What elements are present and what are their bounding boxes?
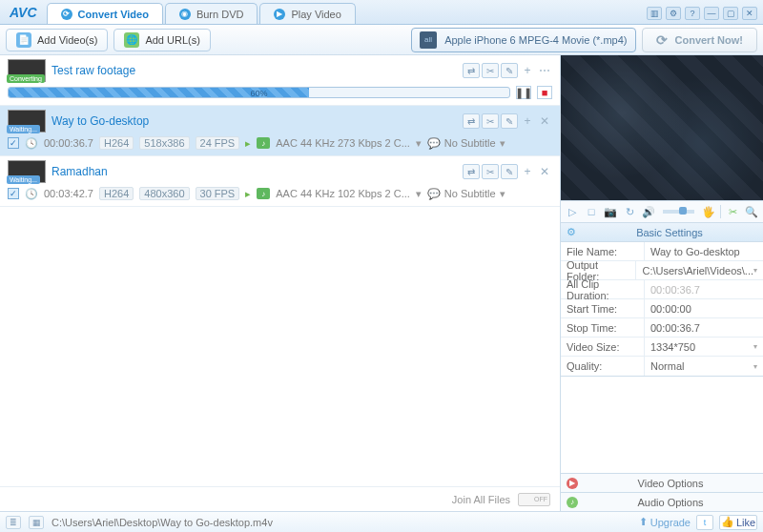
separator — [720, 205, 721, 218]
video-preview[interactable] — [561, 55, 763, 200]
add-videos-button[interactable]: 📄 Add Video(s) — [6, 29, 108, 51]
resolution-tag: 480x360 — [139, 187, 189, 200]
add-icon[interactable]: + — [520, 164, 535, 179]
file-path: C:\Users\Ariel\Desktop\Way to Go-desktop… — [52, 517, 631, 528]
audio-info: AAC 44 KHz 273 Kbps 2 C... — [276, 137, 410, 149]
button-label: Convert Now! — [675, 34, 744, 46]
progress-percent: 60% — [250, 88, 267, 98]
duration: 00:03:42.7 — [44, 188, 93, 199]
add-icon[interactable]: + — [520, 63, 535, 78]
facebook-like-button[interactable]: 👍Like — [719, 515, 757, 530]
panel-title: Basic Settings — [582, 227, 757, 238]
duration: 00:00:36.7 — [44, 137, 93, 149]
checkbox[interactable]: ✓ — [8, 188, 19, 199]
tab-play-video[interactable]: ▶ Play Video — [259, 3, 355, 24]
convert-now-button[interactable]: ⟳ Convert Now! — [642, 28, 758, 52]
swap-icon[interactable]: ⇄ — [463, 63, 480, 78]
audio-options-label: Audio Options — [584, 497, 757, 508]
item-title: Way to Go-desktop — [52, 114, 457, 128]
tab-convert-video[interactable]: ⟳ Convert Video — [47, 3, 163, 24]
quality-field[interactable]: Normal▾ — [645, 357, 763, 376]
clip-icon[interactable]: 🖐 — [701, 204, 716, 219]
convert-icon: ⟳ — [656, 32, 668, 48]
chevron-down-icon[interactable]: ▾ — [753, 342, 757, 351]
snapshot-icon[interactable]: 📷 — [603, 204, 618, 219]
grid-view-icon[interactable]: ▦ — [29, 516, 44, 529]
scissors-icon[interactable]: ✂ — [482, 63, 499, 78]
remove-icon[interactable]: ✕ — [537, 113, 552, 129]
twitter-button[interactable]: t — [696, 515, 713, 530]
dropdown-icon[interactable]: ▾ — [500, 137, 505, 150]
chevron-right-icon[interactable]: ▸ — [245, 137, 251, 150]
list-item[interactable]: Waiting... Way to Go-desktop ⇄ ✂ ✎ + ✕ ✓… — [0, 106, 560, 156]
list-item[interactable]: Waiting... Ramadhan ⇄ ✂ ✎ + ✕ ✓ 🕓 00:03:… — [0, 156, 560, 207]
swap-icon[interactable]: ⇄ — [463, 113, 480, 129]
setting-label: Quality: — [561, 357, 645, 376]
dropdown-icon[interactable]: ▾ — [416, 137, 422, 150]
basic-settings: File Name:Way to Go-desktop Output Folde… — [561, 242, 763, 377]
wand-icon[interactable]: ✎ — [501, 113, 518, 129]
play-button[interactable]: ▷ — [565, 204, 580, 219]
audio-icon: ♪ — [257, 188, 270, 199]
title-bar: AVC ⟳ Convert Video ◉ Burn DVD ▶ Play Vi… — [0, 0, 763, 25]
thumbnail: Waiting... — [8, 160, 46, 183]
settings-icon[interactable]: ⚙ — [666, 7, 681, 20]
volume-slider[interactable] — [663, 210, 694, 214]
rotate-icon[interactable]: ↻ — [622, 204, 637, 219]
chevron-right-icon[interactable]: ▸ — [245, 188, 251, 200]
file-name-field[interactable]: Way to Go-desktop — [645, 242, 763, 260]
thumbnail: Waiting... — [8, 110, 46, 133]
scissors-icon[interactable]: ✂ — [482, 164, 499, 179]
list-view-icon[interactable]: ≣ — [6, 516, 21, 529]
stop-button[interactable]: □ — [584, 204, 599, 219]
swap-icon[interactable]: ⇄ — [463, 164, 480, 179]
wand-icon[interactable]: ✎ — [501, 164, 518, 179]
wand-icon[interactable]: ✎ — [501, 63, 518, 78]
stop-time-field[interactable]: 00:00:36.7 — [645, 318, 763, 337]
stop-button[interactable]: ■ — [537, 86, 552, 99]
add-icon[interactable]: + — [520, 113, 535, 129]
list-item[interactable]: Converting Test raw footage ⇄ ✂ ✎ + ⋯ 60… — [0, 55, 560, 106]
fps-tag: 24 FPS — [196, 136, 240, 150]
add-urls-button[interactable]: 🌐 Add URL(s) — [113, 29, 210, 51]
info-icon[interactable]: ⋯ — [537, 63, 552, 78]
checkbox[interactable]: ✓ — [8, 137, 19, 149]
tab-label: Convert Video — [78, 9, 149, 20]
basic-settings-header[interactable]: ⚙ Basic Settings — [561, 223, 763, 242]
audio-options-row[interactable]: ♪Audio Options — [561, 492, 763, 511]
start-time-field[interactable]: 00:00:00 — [645, 299, 763, 317]
remove-icon[interactable]: ✕ — [537, 164, 552, 179]
chevron-down-icon[interactable]: ▾ — [753, 362, 757, 371]
layout-icon[interactable]: ▥ — [647, 7, 662, 20]
join-files-toggle[interactable]: OFF — [518, 493, 550, 506]
toolbar: 📄 Add Video(s) 🌐 Add URL(s) all Apple iP… — [0, 25, 763, 55]
video-list: Converting Test raw footage ⇄ ✂ ✎ + ⋯ 60… — [0, 55, 561, 511]
pause-button[interactable]: ❚❚ — [516, 86, 531, 99]
tab-burn-dvd[interactable]: ◉ Burn DVD — [165, 3, 258, 24]
help-icon[interactable]: ? — [685, 7, 700, 20]
trim-icon[interactable]: ✂ — [725, 204, 740, 219]
dropdown-icon[interactable]: ▾ — [416, 188, 422, 200]
statusbar: ≣ ▦ C:\Users\Ariel\Desktop\Way to Go-des… — [0, 511, 763, 532]
thumbnail: Converting — [8, 59, 46, 82]
output-format-selector[interactable]: all Apple iPhone 6 MPEG-4 Movie (*.mp4) — [411, 28, 635, 52]
status-badge: Waiting... — [7, 125, 40, 133]
codec-tag: H264 — [99, 136, 134, 150]
chevron-down-icon[interactable]: ▾ — [753, 266, 757, 275]
zoom-icon[interactable]: 🔍 — [744, 204, 759, 219]
scissors-icon[interactable]: ✂ — [482, 113, 499, 129]
maximize-icon[interactable]: ▢ — [723, 7, 738, 20]
dropdown-icon[interactable]: ▾ — [500, 188, 505, 200]
minimize-icon[interactable]: — — [704, 7, 719, 20]
subtitle-text: No Subtitle — [444, 137, 496, 149]
clock-icon: 🕓 — [25, 188, 38, 200]
setting-label: Output Folder: — [561, 261, 636, 279]
close-icon[interactable]: ✕ — [742, 7, 757, 20]
volume-icon[interactable]: 🔊 — [641, 204, 656, 219]
status-badge: Converting — [7, 74, 45, 83]
video-options-row[interactable]: ▶Video Options — [561, 473, 763, 492]
output-folder-field[interactable]: C:\Users\Ariel\Videos\...▾ — [636, 261, 763, 279]
all-clip-duration: 00:00:36.7 — [645, 280, 763, 298]
upgrade-link[interactable]: ⬆Upgrade — [639, 516, 691, 528]
video-size-field[interactable]: 1334*750▾ — [645, 338, 763, 356]
